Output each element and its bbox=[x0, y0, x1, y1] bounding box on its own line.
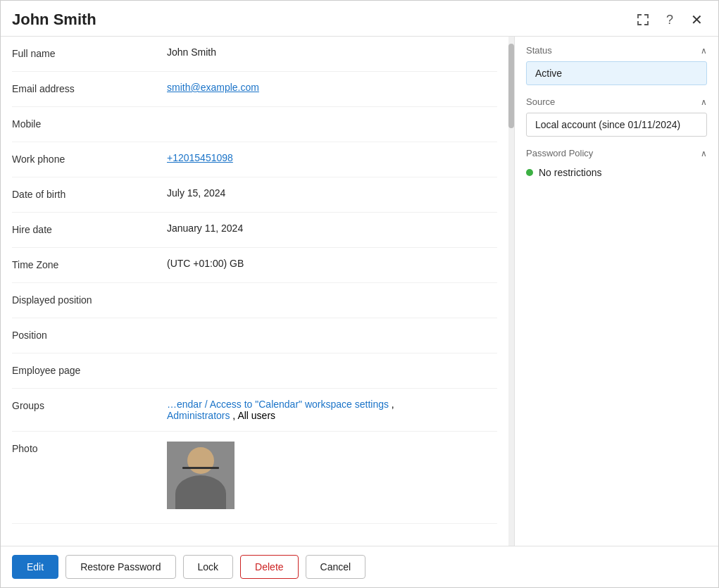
modal-header: John Smith ? ✕ bbox=[1, 1, 718, 37]
field-value-timezone: (UTC +01:00) GB bbox=[167, 258, 497, 269]
passwordpolicy-chevron-icon: ∧ bbox=[701, 149, 707, 158]
sidebar-status-title: Status bbox=[526, 45, 552, 56]
delete-button[interactable]: Delete bbox=[240, 555, 298, 579]
status-value: Active bbox=[535, 68, 562, 79]
field-workphone: Work phone +12015451098 bbox=[12, 142, 497, 177]
groups-separator-2: , bbox=[230, 410, 237, 421]
field-groups: Groups …endar / Access to "Calendar" wor… bbox=[12, 389, 497, 432]
field-dob: Date of birth July 15, 2024 bbox=[12, 177, 497, 213]
field-label-employeepage: Employee page bbox=[12, 363, 167, 376]
field-label-workphone: Work phone bbox=[12, 152, 167, 165]
field-email: Email address smith@example.com bbox=[12, 72, 497, 107]
sidebar-status-section: Status ∧ Active bbox=[526, 45, 707, 85]
field-hiredate: Hire date January 11, 2024 bbox=[12, 213, 497, 248]
sidebar-source-section: Source ∧ Local account (since 01/11/2024… bbox=[526, 96, 707, 137]
source-badge: Local account (since 01/11/2024) bbox=[526, 113, 707, 137]
groups-value: …endar / Access to "Calendar" workspace … bbox=[167, 399, 497, 421]
field-mobile: Mobile bbox=[12, 107, 497, 142]
field-photo: Photo bbox=[12, 432, 497, 524]
photo-image bbox=[167, 442, 235, 509]
status-chevron-icon: ∧ bbox=[701, 46, 707, 56]
sidebar-status-header[interactable]: Status ∧ bbox=[526, 45, 707, 56]
user-detail-modal: John Smith ? ✕ Full name bbox=[0, 0, 719, 588]
sidebar-passwordpolicy-header[interactable]: Password Policy ∧ bbox=[526, 148, 707, 158]
groups-separator-1: , bbox=[389, 399, 394, 410]
policy-value: No restrictions bbox=[539, 167, 601, 178]
field-label-displayedposition: Displayed position bbox=[12, 293, 167, 306]
password-policy-row: No restrictions bbox=[526, 164, 707, 181]
field-label-position: Position bbox=[12, 328, 167, 341]
modal-title: John Smith bbox=[12, 11, 96, 29]
sidebar: Status ∧ Active Source ∧ Local account (… bbox=[514, 37, 718, 546]
source-chevron-icon: ∧ bbox=[701, 97, 707, 107]
field-label-timezone: Time Zone bbox=[12, 258, 167, 270]
field-label-fullname: Full name bbox=[12, 46, 167, 59]
photo-glasses bbox=[182, 467, 219, 469]
expand-button[interactable] bbox=[632, 9, 654, 30]
field-label-groups: Groups bbox=[12, 399, 167, 411]
sidebar-source-title: Source bbox=[526, 96, 555, 107]
field-label-photo: Photo bbox=[12, 442, 167, 454]
modal-body: Full name John Smith Email address smith… bbox=[1, 37, 718, 546]
field-value-fullname: John Smith bbox=[167, 46, 497, 58]
scrollbar-track[interactable] bbox=[508, 37, 514, 546]
lock-button[interactable]: Lock bbox=[183, 555, 234, 579]
edit-button[interactable]: Edit bbox=[12, 555, 58, 579]
group-link-calendar[interactable]: …endar / Access to "Calendar" workspace … bbox=[167, 399, 389, 410]
photo-head bbox=[187, 447, 214, 474]
sidebar-passwordpolicy-title: Password Policy bbox=[526, 148, 593, 158]
scrollbar-thumb[interactable] bbox=[508, 44, 514, 128]
source-value: Local account (since 01/11/2024) bbox=[535, 119, 680, 130]
sidebar-passwordpolicy-section: Password Policy ∧ No restrictions bbox=[526, 148, 707, 181]
field-label-dob: Date of birth bbox=[12, 187, 167, 200]
field-value-dob: July 15, 2024 bbox=[167, 187, 497, 199]
field-fullname: Full name John Smith bbox=[12, 37, 497, 72]
field-value-hiredate: January 11, 2024 bbox=[167, 223, 497, 234]
close-button[interactable]: ✕ bbox=[686, 9, 707, 30]
field-employeepage: Employee page bbox=[12, 354, 497, 389]
field-value-workphone[interactable]: +12015451098 bbox=[167, 152, 497, 163]
main-content: Full name John Smith Email address smith… bbox=[1, 37, 508, 546]
restore-password-button[interactable]: Restore Password bbox=[65, 555, 175, 579]
group-link-administrators[interactable]: Administrators bbox=[167, 410, 230, 421]
field-label-email: Email address bbox=[12, 82, 167, 94]
field-value-email[interactable]: smith@example.com bbox=[167, 82, 497, 93]
header-actions: ? ✕ bbox=[632, 9, 707, 30]
field-label-hiredate: Hire date bbox=[12, 223, 167, 235]
help-icon: ? bbox=[666, 13, 673, 27]
field-position: Position bbox=[12, 318, 497, 354]
photo-body bbox=[175, 475, 226, 509]
group-text-allusers: All users bbox=[237, 410, 275, 421]
policy-green-dot-icon bbox=[526, 169, 533, 176]
field-displayedposition: Displayed position bbox=[12, 283, 497, 318]
modal-footer: Edit Restore Password Lock Delete Cancel bbox=[1, 546, 718, 587]
sidebar-source-header[interactable]: Source ∧ bbox=[526, 96, 707, 107]
close-icon: ✕ bbox=[691, 11, 703, 28]
field-label-mobile: Mobile bbox=[12, 117, 167, 130]
field-timezone: Time Zone (UTC +01:00) GB bbox=[12, 248, 497, 283]
status-badge: Active bbox=[526, 61, 707, 85]
help-button[interactable]: ? bbox=[659, 9, 680, 30]
cancel-button[interactable]: Cancel bbox=[306, 555, 366, 579]
